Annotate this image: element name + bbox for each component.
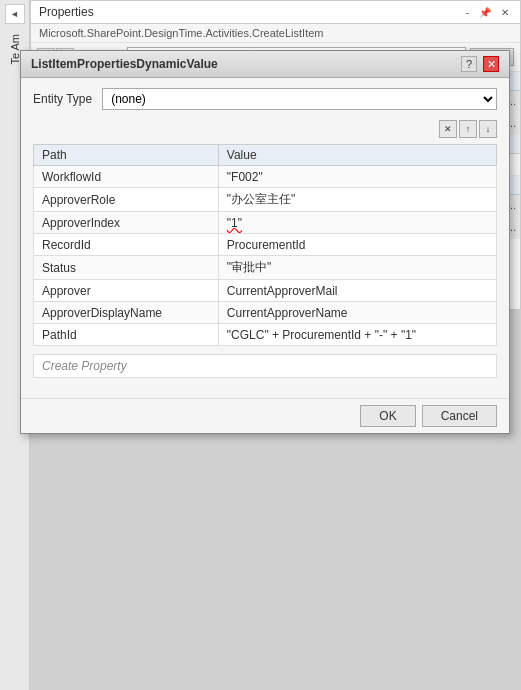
sidebar-collapse-btn[interactable]: ◄ (5, 4, 25, 24)
toolbar-delete-btn[interactable]: ✕ (439, 120, 457, 138)
panel-minimize-btn[interactable]: - (463, 6, 472, 19)
dialog-title-bar: ListItemPropertiesDynamicValue ? ✕ (21, 51, 509, 78)
panel-title: Properties (39, 5, 94, 19)
cell-value-approverdisplayname[interactable]: CurrentApproverName (218, 302, 496, 324)
dialog-close-btn[interactable]: ✕ (483, 56, 499, 72)
table-row[interactable]: ApproverIndex "1" (34, 212, 497, 234)
entity-type-label: Entity Type (33, 92, 92, 106)
table-row[interactable]: RecordId ProcurementId (34, 234, 497, 256)
panel-title-icons: - 📌 ✕ (463, 6, 512, 19)
col-header-value: Value (218, 145, 496, 166)
cell-path-approverdisplayname: ApproverDisplayName (34, 302, 219, 324)
cell-path-approverrole: ApproverRole (34, 188, 219, 212)
toolbar-down-btn[interactable]: ↓ (479, 120, 497, 138)
table-row[interactable]: Approver CurrentApproverMail (34, 280, 497, 302)
table-row[interactable]: Status "审批中" (34, 256, 497, 280)
dialog-title-controls: ? ✕ (461, 56, 499, 72)
cancel-button[interactable]: Cancel (422, 405, 497, 427)
cell-path-approver: Approver (34, 280, 219, 302)
panel-close-btn[interactable]: ✕ (498, 6, 512, 19)
cell-value-recordid[interactable]: ProcurementId (218, 234, 496, 256)
cell-value-workflowid[interactable]: "F002" (218, 166, 496, 188)
table-row[interactable]: ApproverRole "办公室主任" (34, 188, 497, 212)
panel-title-bar: Properties - 📌 ✕ (31, 1, 520, 24)
cell-value-approverrole[interactable]: "办公室主任" (218, 188, 496, 212)
table-row[interactable]: PathId "CGLC" + ProcurementId + "-" + "1… (34, 324, 497, 346)
cell-path-workflowid: WorkflowId (34, 166, 219, 188)
cell-path-pathid: PathId (34, 324, 219, 346)
dialog-help-btn[interactable]: ? (461, 56, 477, 72)
dialog-listitem-properties: ListItemPropertiesDynamicValue ? ✕ Entit… (20, 50, 510, 434)
table-row[interactable]: WorkflowId "F002" (34, 166, 497, 188)
team-label: Te Am (9, 34, 21, 65)
toolbar-up-btn[interactable]: ↑ (459, 120, 477, 138)
col-header-path: Path (34, 145, 219, 166)
breadcrumb: Microsoft.SharePoint.DesignTime.Activiti… (31, 24, 520, 43)
cell-value-pathid[interactable]: "CGLC" + ProcurementId + "-" + "1" (218, 324, 496, 346)
entity-type-select[interactable]: (none) (102, 88, 497, 110)
table-row[interactable]: ApproverDisplayName CurrentApproverName (34, 302, 497, 324)
cell-path-approverindex: ApproverIndex (34, 212, 219, 234)
cell-value-status[interactable]: "审批中" (218, 256, 496, 280)
entity-type-row: Entity Type (none) (33, 88, 497, 110)
cell-path-recordid: RecordId (34, 234, 219, 256)
dialog-body: Entity Type (none) ✕ ↑ ↓ Path Value Work… (21, 78, 509, 398)
panel-pin-btn[interactable]: 📌 (476, 6, 494, 19)
dialog-footer: OK Cancel (21, 398, 509, 433)
create-property-row[interactable]: Create Property (33, 354, 497, 378)
cell-value-approverindex[interactable]: "1" (218, 212, 496, 234)
cell-value-approver[interactable]: CurrentApproverMail (218, 280, 496, 302)
cell-path-status: Status (34, 256, 219, 280)
ok-button[interactable]: OK (360, 405, 415, 427)
property-table: Path Value WorkflowId "F002" ApproverRol… (33, 144, 497, 346)
dialog-toolbar: ✕ ↑ ↓ (33, 120, 497, 138)
dialog-title: ListItemPropertiesDynamicValue (31, 57, 218, 71)
